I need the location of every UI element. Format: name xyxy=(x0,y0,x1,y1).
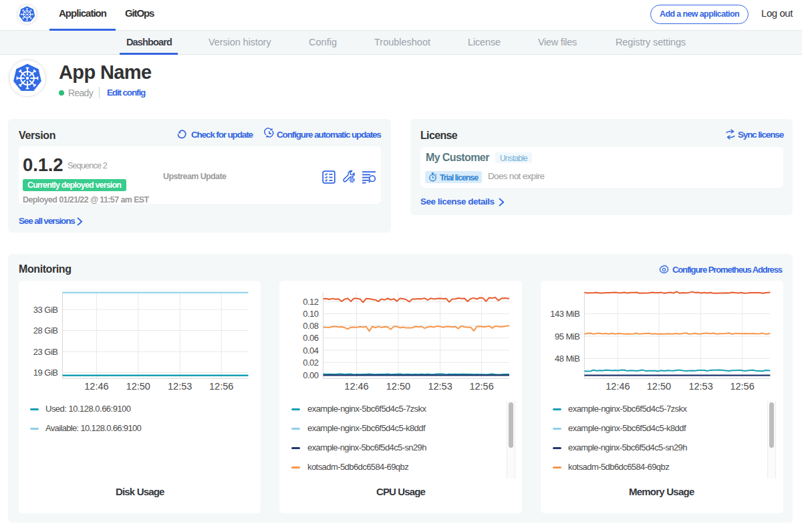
svg-text:12:56: 12:56 xyxy=(730,381,754,392)
svg-text:12:46: 12:46 xyxy=(606,381,630,392)
svg-text:0.02: 0.02 xyxy=(303,358,319,368)
svg-text:0.12: 0.12 xyxy=(303,297,319,307)
svg-text:12:50: 12:50 xyxy=(386,381,410,392)
svg-text:95 MiB: 95 MiB xyxy=(555,331,579,342)
svg-text:0.00: 0.00 xyxy=(303,370,319,380)
svg-text:23 GiB: 23 GiB xyxy=(33,347,58,357)
svg-text:0.08: 0.08 xyxy=(303,321,319,331)
svg-text:12:53: 12:53 xyxy=(168,381,192,392)
svg-text:28 GiB: 28 GiB xyxy=(33,325,58,336)
svg-text:12:46: 12:46 xyxy=(344,381,368,392)
svg-text:143 MiB: 143 MiB xyxy=(550,309,579,319)
svg-text:0.06: 0.06 xyxy=(303,333,319,343)
svg-text:12:53: 12:53 xyxy=(688,381,712,392)
svg-text:33 GiB: 33 GiB xyxy=(33,305,58,315)
svg-text:12:53: 12:53 xyxy=(428,381,452,392)
svg-text:19 GiB: 19 GiB xyxy=(33,368,58,378)
svg-text:0.10: 0.10 xyxy=(303,309,319,319)
svg-text:48 MiB: 48 MiB xyxy=(555,354,579,364)
svg-text:0.04: 0.04 xyxy=(303,346,319,356)
svg-text:12:56: 12:56 xyxy=(469,381,493,392)
svg-text:12:46: 12:46 xyxy=(84,381,108,392)
svg-text:12:50: 12:50 xyxy=(647,381,671,392)
svg-text:12:56: 12:56 xyxy=(209,381,233,392)
svg-text:12:50: 12:50 xyxy=(126,381,150,392)
